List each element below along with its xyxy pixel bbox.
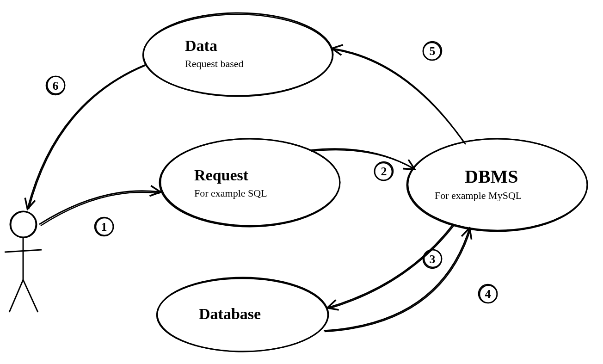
node-data: Data Request based	[143, 13, 333, 96]
svg-text:5: 5	[430, 44, 436, 58]
step-badge-6: 6	[46, 76, 65, 95]
arrow-5	[333, 49, 465, 143]
step-badge-5: 5	[423, 42, 442, 60]
svg-text:2: 2	[381, 165, 387, 178]
svg-point-7	[143, 14, 332, 96]
svg-text:6: 6	[53, 79, 59, 93]
step-badge-3: 3	[423, 250, 442, 268]
node-request-title: Request	[194, 167, 249, 184]
step-badge-2: 2	[375, 162, 393, 180]
node-data-subtitle: Request based	[185, 58, 243, 69]
node-data-title: Data	[185, 37, 217, 54]
node-request-subtitle: For example SQL	[194, 187, 267, 199]
node-request: Request For example SQL	[160, 139, 340, 227]
svg-point-1	[11, 211, 37, 237]
svg-text:1: 1	[101, 220, 107, 234]
svg-line-5	[23, 280, 38, 312]
actor-user	[5, 211, 42, 312]
arrow-3	[328, 224, 453, 308]
node-dbms-subtitle: For example MySQL	[435, 190, 522, 201]
svg-text:4: 4	[485, 287, 491, 301]
node-dbms: DBMS For example MySQL	[407, 139, 587, 231]
node-database-title: Database	[199, 305, 261, 322]
node-dbms-title: DBMS	[465, 166, 518, 187]
arrow-6	[28, 65, 146, 208]
step-badge-1: 1	[95, 217, 113, 236]
step-badge-4: 4	[479, 284, 497, 303]
node-database: Database	[157, 278, 328, 352]
svg-line-4	[9, 280, 23, 312]
svg-text:3: 3	[430, 253, 436, 266]
dbms-flow-diagram: Data Request based Request For example S…	[0, 0, 603, 364]
svg-point-9	[160, 139, 340, 226]
